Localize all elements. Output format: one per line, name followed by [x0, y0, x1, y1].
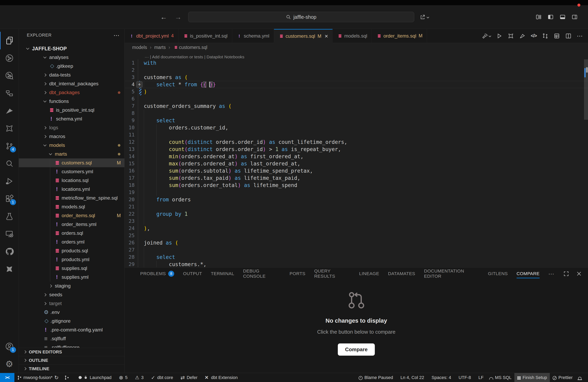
tree-item[interactable]: analyses [19, 53, 125, 62]
panel-tab[interactable]: PROBLEMS 8 [140, 267, 174, 280]
sidebar-item-dbt-power-user[interactable] [0, 120, 19, 137]
toggle-secondary-sidebar-icon[interactable] [572, 14, 578, 20]
sidebar-item-settings[interactable]: ⚙ [0, 355, 19, 373]
breadcrumb-item[interactable]: models [132, 45, 147, 50]
run-icon[interactable] [496, 33, 503, 39]
tree-item[interactable]: models.sql [19, 202, 125, 211]
sidebar-section-header[interactable]: OUTLINE [19, 356, 125, 364]
tree-item[interactable]: dbt_packages [19, 88, 125, 97]
editor-tab[interactable]: schema.yml [232, 29, 274, 43]
sidebar-item-dbt[interactable] [0, 102, 19, 120]
code-line[interactable]: 20 from orders [125, 196, 588, 203]
tree-item[interactable]: products.sql [19, 246, 125, 255]
tree-item[interactable]: is_positive_int.sql [19, 106, 125, 115]
tree-item[interactable]: locations.sql [19, 176, 125, 185]
tree-item[interactable]: .sqlfluff [19, 334, 125, 343]
sidebar-item-extensions[interactable]: 1 [0, 190, 19, 208]
tree-item[interactable]: staging [19, 282, 125, 290]
tree-item[interactable]: supplies.yml [19, 273, 125, 282]
code-line[interactable]: 12 count(distinct orders.order_id) as co… [125, 138, 588, 146]
tree-item[interactable]: .gitkeep [19, 62, 125, 71]
tree-item[interactable]: target [19, 299, 125, 308]
code-line[interactable]: 18 sum(orders.order_total) as lifetime_s… [125, 182, 588, 189]
sidebar-section-header[interactable]: OPEN EDITORS [19, 348, 125, 356]
sidebar-section-header[interactable]: TIMELINE [19, 364, 125, 373]
status-bar-item[interactable]: Prettier [550, 373, 575, 382]
tree-item[interactable]: locations.yml [19, 185, 125, 194]
status-bar-item[interactable]: Finish Setup [514, 373, 550, 382]
breadcrumb-item[interactable]: customers.sql [166, 43, 207, 52]
panel-more-tabs-icon[interactable]: ⋯ [548, 267, 554, 280]
tree-item[interactable]: order_items.sql M [19, 211, 125, 220]
share-layout-dropdown[interactable] [420, 14, 429, 20]
close-icon[interactable]: × [325, 33, 328, 39]
tree-item[interactable]: .gitignore [19, 317, 125, 325]
sidebar-item-testing[interactable] [0, 208, 19, 225]
toggle-primary-sidebar-icon[interactable] [547, 14, 554, 20]
editor-tab[interactable]: customers.sql M × [274, 29, 333, 43]
tree-item[interactable]: JAFFLE-SHOP [19, 44, 125, 53]
tree-item[interactable]: products.yml [19, 255, 125, 264]
sidebar-item-dbt-lineage-search[interactable] [0, 67, 19, 84]
compare-changes-icon[interactable] [542, 33, 548, 39]
toggle-panel-icon[interactable] [560, 14, 566, 20]
editor-tab[interactable]: dbt_project.yml 4 [125, 29, 178, 43]
code-line[interactable]: 22 group by 1 [125, 210, 588, 218]
sidebar-item-run-and-debug[interactable] [0, 172, 19, 190]
tree-item[interactable]: metricflow_time_spine.sql [19, 194, 125, 202]
status-bar-item[interactable]: Launchpad [75, 373, 116, 382]
status-bar-item[interactable]: LF [474, 373, 486, 382]
tree-item[interactable]: macros [19, 132, 125, 141]
nav-back-icon[interactable]: ← [159, 13, 168, 21]
code-line[interactable]: 16 sum(orders.subtotal) as lifetime_spen… [125, 167, 588, 174]
code-line[interactable]: 24), [125, 225, 588, 232]
panel-tab[interactable]: DEBUG CONSOLE [243, 267, 281, 280]
code-line[interactable]: 5) [125, 88, 588, 95]
tree-item[interactable]: customers.sql M [19, 158, 125, 167]
status-bar-item[interactable] [62, 373, 75, 382]
status-bar-item[interactable]: dbt Extension [202, 373, 242, 382]
code-line[interactable]: 17 sum(orders.tax_paid) as lifetime_tax_… [125, 174, 588, 182]
editor-scrollbar[interactable] [584, 59, 588, 120]
code-line[interactable]: 23 [125, 218, 588, 225]
command-center-search[interactable]: jaffle-shop [188, 12, 414, 22]
editor-tab[interactable]: is_positive_int.sql [178, 29, 232, 43]
tree-item[interactable]: order_items.yml [19, 220, 125, 229]
split-editor-icon[interactable] [565, 33, 572, 39]
codelens-actions[interactable]: ··· | Add documentation or tests | Datap… [125, 52, 588, 59]
tree-item[interactable]: schema.yml [19, 115, 125, 123]
code-line[interactable]: 7customer_orders_summary as ( [125, 102, 588, 110]
code-line[interactable]: 1with [125, 59, 588, 67]
status-bar-item[interactable]: Defer [178, 373, 202, 382]
maximize-panel-icon[interactable] [563, 271, 569, 277]
query-results-table-icon[interactable] [554, 33, 560, 39]
code-line[interactable]: 4+ select * from {{ }} [125, 81, 588, 88]
tree-item[interactable]: functions [19, 97, 125, 106]
code-line[interactable]: 27 [125, 246, 588, 253]
panel-tab[interactable]: GITLENS [488, 267, 508, 280]
tree-item[interactable]: supplies.sql [19, 264, 125, 273]
sidebar-item-dbt-power-user-alt[interactable] [0, 260, 19, 278]
code-line[interactable]: 10 orders.customer_id, [125, 124, 588, 131]
tree-item[interactable]: logs [19, 123, 125, 132]
panel-tab[interactable]: TERMINAL [211, 267, 234, 280]
dbt-power-user-icon[interactable] [508, 33, 514, 39]
editor-tab[interactable]: models.sql [333, 29, 372, 43]
tree-item[interactable]: marts [19, 150, 125, 158]
tree-item[interactable]: models [19, 141, 125, 150]
tree-item[interactable]: .env [19, 308, 125, 317]
code-line[interactable]: 3customers as ( [125, 74, 588, 81]
tree-item[interactable]: data-tests [19, 71, 125, 79]
panel-tab[interactable]: COMPARE [517, 267, 540, 280]
customize-layout-icon[interactable] [536, 14, 542, 20]
panel-tab[interactable]: OUTPUT [183, 267, 202, 280]
code-line[interactable]: 21 [125, 203, 588, 210]
tree-item[interactable]: .sqlfluffignore [19, 343, 125, 348]
code-line[interactable]: 9 select [125, 117, 588, 124]
inline-code-icon[interactable]: </> [531, 33, 537, 38]
tree-item[interactable]: orders.sql [19, 229, 125, 238]
code-line[interactable]: 25 [125, 232, 588, 239]
breadcrumb[interactable]: models marts customers.sql [125, 43, 588, 52]
status-bar-item[interactable]: Blame Paused [356, 373, 396, 382]
tree-item[interactable]: customers.yml [19, 167, 125, 176]
